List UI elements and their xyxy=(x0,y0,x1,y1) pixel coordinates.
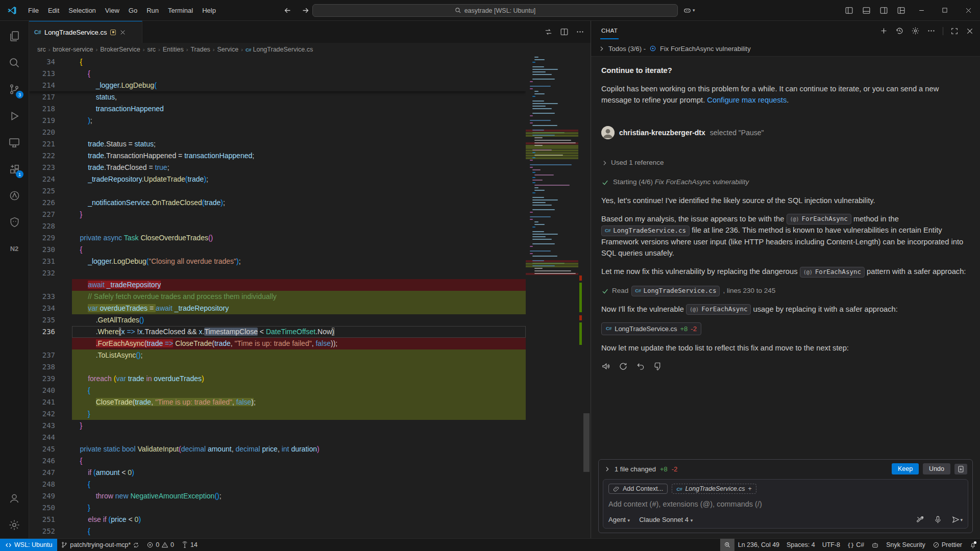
close-icon[interactable] xyxy=(957,0,980,21)
chat-input[interactable]: Add context (#), extensions (@), command… xyxy=(608,500,963,508)
code-line-213[interactable]: 213 { xyxy=(29,68,526,80)
code-line-250[interactable]: 250 } xyxy=(29,502,526,514)
breadcrumb-item[interactable]: Entities xyxy=(163,46,184,53)
menu-run[interactable]: Run xyxy=(142,5,163,16)
code-line-34[interactable]: 34 { xyxy=(29,56,526,68)
status-language-mode[interactable]: {}C# xyxy=(844,539,868,551)
status-zoom[interactable] xyxy=(720,539,734,551)
code-line-229[interactable]: 229 private async Task CloseOverdueTrade… xyxy=(29,232,526,244)
toggle-secondary-sidebar-icon[interactable] xyxy=(875,0,892,21)
mode-picker[interactable]: Agent ▾ xyxy=(608,516,630,523)
activity-explorer[interactable] xyxy=(2,23,27,49)
breadcrumb-item[interactable]: broker-service xyxy=(53,46,93,53)
menu-terminal[interactable]: Terminal xyxy=(163,5,198,16)
activity-run-debug[interactable] xyxy=(2,103,27,129)
code-symbol-chip[interactable]: (@)ForEachAsync xyxy=(686,304,751,315)
code-symbol-chip[interactable]: (@)ForEachAsync xyxy=(787,214,851,224)
code-line-226[interactable]: 226 _notificationService.OnTradeClosed(t… xyxy=(29,197,526,209)
menu-file[interactable]: File xyxy=(23,5,43,16)
menu-help[interactable]: Help xyxy=(198,5,220,16)
code-line-diff[interactable]: .ForEachAsync(trade => CloseTrade(trade,… xyxy=(29,338,526,349)
chat-input-box[interactable]: Add Context... C# LongTradeService.cs + … xyxy=(603,479,968,529)
status-snyk[interactable]: Snyk Security xyxy=(883,539,928,551)
code-line-225[interactable]: 225 xyxy=(29,185,526,197)
code-line-234[interactable]: 234 var overdueTrades = await _tradeRepo… xyxy=(29,303,526,314)
ports-indicator[interactable]: 14 xyxy=(178,539,201,551)
code-line-217[interactable]: 217 status, xyxy=(29,91,526,103)
close-chat-icon[interactable] xyxy=(966,27,974,35)
thumbsdown-icon[interactable] xyxy=(653,362,663,371)
todos-bar[interactable]: Todos (3/6) - Fix ForEachAsync vulnerabi… xyxy=(591,41,980,57)
code-line-238[interactable]: 238 xyxy=(29,361,526,373)
code-line-243[interactable]: 243 } xyxy=(29,420,526,432)
more-actions-icon[interactable] xyxy=(576,28,584,36)
code-line-227[interactable]: 227 } xyxy=(29,209,526,220)
code-line-232[interactable]: 232 xyxy=(29,267,526,279)
code-line-251[interactable]: 251 else if (price < 0) xyxy=(29,514,526,525)
activity-azure[interactable] xyxy=(2,182,27,209)
breadcrumb-item[interactable]: BrokerService xyxy=(100,46,140,53)
code-symbol-chip[interactable]: (@)ForEachAsync xyxy=(800,267,865,278)
code-line-245[interactable]: 245 private static bool ValidateInput(de… xyxy=(29,443,526,455)
toggle-panel-icon[interactable] xyxy=(857,0,875,21)
chat-more-icon[interactable] xyxy=(927,27,936,35)
branch-indicator[interactable]: patch/trying-out-mcp* xyxy=(57,539,143,551)
chevron-right-icon[interactable] xyxy=(604,466,610,472)
forward-icon[interactable] xyxy=(301,6,310,15)
customize-layout-icon[interactable] xyxy=(892,0,910,21)
split-editor-icon[interactable] xyxy=(560,28,569,36)
send-button[interactable]: ▾ xyxy=(951,515,963,524)
code-line-214[interactable]: 214 _logger.LogDebug( xyxy=(29,80,526,91)
model-picker[interactable]: Claude Sonnet 4 ▾ xyxy=(639,516,693,523)
close-tab-icon[interactable] xyxy=(119,29,126,36)
minimap[interactable] xyxy=(526,56,578,538)
breadcrumb-item[interactable]: src xyxy=(37,46,46,53)
add-context-button[interactable]: Add Context... xyxy=(608,484,668,494)
mic-icon[interactable] xyxy=(934,515,942,524)
code-line-241[interactable]: 241 CloseTrade(trade, "Time is up: trade… xyxy=(29,396,526,408)
breadcrumb-item[interactable]: Service xyxy=(217,46,239,53)
code-line-231[interactable]: 231 _logger.LogDebug("Closing all overdu… xyxy=(29,256,526,267)
code-line-220[interactable]: 220 xyxy=(29,127,526,138)
undo-all-button[interactable]: Undo xyxy=(923,463,950,474)
code-line-242[interactable]: 242 } xyxy=(29,408,526,420)
toggle-sidebar-icon[interactable] xyxy=(840,0,857,21)
keep-all-button[interactable]: Keep xyxy=(892,463,919,474)
tab-longtradeservice[interactable]: C# LongTradeService.cs xyxy=(29,21,142,43)
code-line-223[interactable]: 223 trade.TradeClosed = true; xyxy=(29,162,526,173)
status-notifications[interactable] xyxy=(966,539,980,551)
attached-file-chip[interactable]: C# LongTradeService.cs + xyxy=(672,484,756,494)
breadcrumb[interactable]: src›broker-service›BrokerService›src›Ent… xyxy=(29,43,591,56)
menu-view[interactable]: View xyxy=(101,5,124,16)
file-reference-chip[interactable]: C#LongTradeService.cs xyxy=(601,226,690,236)
code-line-237[interactable]: 237 .ToListAsync(); xyxy=(29,349,526,361)
status-copilot[interactable] xyxy=(868,539,883,551)
undoarr-icon[interactable] xyxy=(636,362,645,371)
menu-selection[interactable]: Selection xyxy=(64,5,100,16)
code-line-248[interactable]: 248 { xyxy=(29,479,526,490)
status-prettier[interactable]: Prettier xyxy=(929,539,966,551)
file-reference-chip[interactable]: C#LongTradeService.cs xyxy=(631,286,720,296)
minimize-icon[interactable] xyxy=(910,0,933,21)
back-icon[interactable] xyxy=(283,6,292,15)
code-line-249[interactable]: 249 throw new NegativeAmountException(); xyxy=(29,490,526,502)
activity-snyk[interactable] xyxy=(2,209,27,235)
code-line-244[interactable]: 244 xyxy=(29,432,526,443)
code-line-247[interactable]: 247 if (amount < 0) xyxy=(29,467,526,479)
view-changes-icon[interactable] xyxy=(954,464,967,474)
tab-chat[interactable]: CHAT xyxy=(600,22,619,39)
changed-file-chip[interactable]: C#LongTradeService.cs+8-2 xyxy=(601,322,701,336)
open-changes-icon[interactable] xyxy=(544,28,553,36)
code-line-230[interactable]: 230 { xyxy=(29,244,526,256)
code-line-240[interactable]: 240 { xyxy=(29,385,526,396)
configure-link[interactable]: Configure max requests xyxy=(707,96,787,104)
remote-indicator[interactable]: WSL: Ubuntu xyxy=(0,539,57,551)
maximize-chat-icon[interactable] xyxy=(950,27,959,35)
status-indentation[interactable]: Spaces: 4 xyxy=(783,539,819,551)
breadcrumb-item[interactable]: Trades xyxy=(190,46,210,53)
breadcrumb-item[interactable]: src xyxy=(147,46,156,53)
code-line-218[interactable]: 218 transactionHappened xyxy=(29,103,526,115)
code-line-222[interactable]: 222 trade.TransactionHappened = transact… xyxy=(29,150,526,162)
overview-ruler[interactable] xyxy=(578,56,591,538)
retry-icon[interactable] xyxy=(619,362,628,371)
